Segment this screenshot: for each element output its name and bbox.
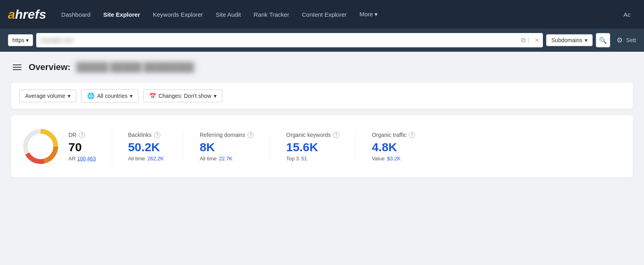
url-input[interactable]: [40, 37, 517, 43]
referring-domains-sub-label: All time: [200, 156, 217, 162]
dr-section: DR ? 70 AR 100,463: [21, 127, 112, 166]
dr-ar-label: AR: [68, 156, 76, 162]
search-icon: 🔍: [599, 37, 607, 44]
protocol-chevron: ▾: [26, 37, 29, 43]
gear-icon[interactable]: ⚙: [617, 36, 623, 45]
subdomains-label: Subdomains: [551, 37, 582, 43]
organic-keywords-sub: Top 3 51: [286, 156, 340, 162]
countries-filter-label: All countries: [97, 93, 127, 99]
subdomains-dropdown[interactable]: Subdomains ▾: [546, 34, 593, 46]
nav-item-site-explorer[interactable]: Site Explorer: [98, 8, 146, 21]
nav-item-rank-tracker[interactable]: Rank Tracker: [248, 8, 295, 21]
dr-value-block: DR ? 70 AR 100,463: [68, 132, 96, 162]
backlinks-value: 50.2K: [128, 140, 168, 154]
organic-keywords-sub-label: Top 3: [286, 156, 299, 162]
dr-ar-value[interactable]: 100,463: [77, 156, 96, 162]
hamburger-menu[interactable]: [11, 63, 23, 72]
protocol-label: https: [12, 37, 24, 43]
overview-prefix: Overview:: [29, 62, 70, 72]
nav-item-site-audit[interactable]: Site Audit: [210, 8, 246, 21]
external-link-icon[interactable]: ⧉: [521, 37, 525, 44]
organic-traffic-label: Organic traffic ?: [372, 132, 415, 138]
organic-traffic-sub: Value $3.2K: [372, 156, 415, 162]
nav-items: Dashboard Site Explorer Keywords Explore…: [56, 8, 618, 21]
dr-sub: AR 100,463: [68, 156, 96, 162]
referring-domains-help-icon[interactable]: ?: [248, 132, 254, 138]
backlinks-sub-label: All time: [128, 156, 145, 162]
settings-area: ⚙ Sett: [617, 36, 636, 45]
hamburger-line-2: [13, 67, 21, 68]
organic-keywords-label: Organic keywords ?: [286, 132, 340, 138]
organic-keywords-value: 15.6K: [286, 140, 340, 154]
organic-keywords-sub-value[interactable]: 51: [301, 156, 307, 162]
volume-filter[interactable]: Average volume ▾: [19, 90, 76, 102]
organic-traffic-value: 4.8K: [372, 140, 415, 154]
logo-hrefs: hrefs: [15, 7, 46, 22]
referring-domains-sub-value[interactable]: 22.7K: [219, 156, 232, 162]
organic-keywords-help-icon[interactable]: ?: [333, 132, 340, 138]
logo[interactable]: ahrefs: [8, 7, 46, 22]
organic-keywords-col: Organic keywords ? 15.6K Top 3 51: [270, 132, 356, 162]
nav-item-dashboard[interactable]: Dashboard: [56, 8, 96, 21]
logo-a: a: [8, 7, 15, 22]
backlinks-sub-value[interactable]: 262.2K: [147, 156, 164, 162]
referring-domains-col: Referring domains ? 8K All time 22.7K: [184, 132, 270, 162]
hamburger-line-3: [13, 69, 21, 70]
hamburger-line-1: [13, 64, 21, 65]
referring-domains-sub: All time 22.7K: [200, 156, 254, 162]
subdomains-chevron: ▾: [585, 37, 587, 43]
clear-icon[interactable]: ×: [535, 36, 539, 45]
backlinks-sub: All time 262.2K: [128, 156, 168, 162]
nav-item-more[interactable]: More ▾: [354, 8, 383, 21]
metrics-card: DR ? 70 AR 100,463 Backlinks ? 50.2K All…: [11, 115, 633, 177]
url-input-wrap: ⧉ | ×: [36, 33, 543, 47]
calendar-icon: 📅: [149, 93, 156, 99]
protocol-dropdown[interactable]: https ▾: [8, 34, 33, 46]
nav-item-content-explorer[interactable]: Content Explorer: [296, 8, 352, 21]
top-navigation: ahrefs Dashboard Site Explorer Keywords …: [0, 0, 644, 29]
page-content: Overview: █████ █████ ████████ Average v…: [0, 52, 644, 187]
organic-traffic-sub-label: Value: [372, 156, 384, 162]
dr-label: DR ?: [68, 132, 96, 138]
backlinks-col: Backlinks ? 50.2K All time 262.2K: [112, 132, 184, 162]
organic-traffic-help-icon[interactable]: ?: [409, 132, 415, 138]
search-bar: https ▾ ⧉ | × Subdomains ▾ 🔍 ⚙ Sett: [0, 29, 644, 52]
filter-bar: Average volume ▾ 🌐 All countries ▾ 📅 Cha…: [11, 83, 633, 109]
volume-filter-label: Average volume: [25, 93, 65, 99]
dr-help-icon[interactable]: ?: [79, 132, 85, 138]
overview-title-row: Overview: █████ █████ ████████: [11, 61, 633, 73]
settings-label: Sett: [626, 37, 636, 43]
search-button[interactable]: 🔍: [596, 33, 610, 47]
dr-value: 70: [68, 140, 96, 154]
countries-chevron-icon: ▾: [130, 93, 133, 99]
countries-filter[interactable]: 🌐 All countries ▾: [81, 89, 139, 103]
globe-icon: 🌐: [87, 92, 95, 99]
referring-domains-label: Referring domains ?: [200, 132, 254, 138]
volume-chevron-icon: ▾: [68, 93, 70, 99]
overview-domain: █████ █████ ████████: [74, 61, 197, 73]
backlinks-label: Backlinks ?: [128, 132, 168, 138]
changes-chevron-icon: ▾: [214, 93, 217, 99]
nav-item-keywords-explorer[interactable]: Keywords Explorer: [147, 8, 209, 21]
overview-title: Overview: █████ █████ ████████: [29, 61, 197, 73]
organic-traffic-col: Organic traffic ? 4.8K Value $3.2K: [356, 132, 431, 162]
changes-filter[interactable]: 📅 Changes: Don't show ▾: [143, 90, 222, 102]
dr-donut: [21, 127, 60, 166]
changes-filter-label: Changes: Don't show: [158, 93, 211, 99]
referring-domains-value: 8K: [200, 140, 254, 154]
backlinks-help-icon[interactable]: ?: [154, 132, 160, 138]
organic-traffic-sub-value: $3.2K: [387, 156, 400, 162]
nav-account[interactable]: Ac: [618, 8, 636, 21]
